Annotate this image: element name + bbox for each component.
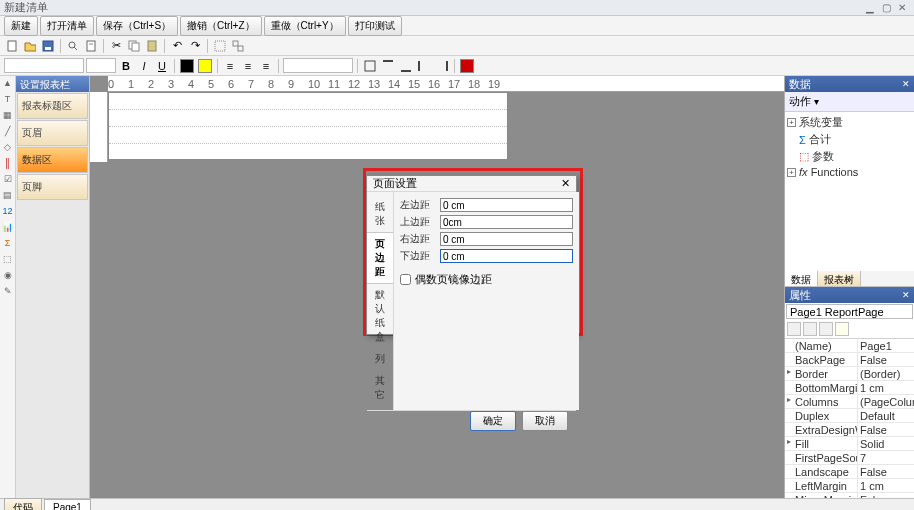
barcode-icon[interactable]: ║ — [2, 158, 14, 170]
underline-icon[interactable]: U — [154, 58, 170, 74]
preview-icon[interactable] — [65, 38, 81, 54]
save-icon[interactable] — [40, 38, 56, 54]
ok-button[interactable]: 确定 — [470, 411, 516, 431]
tab-page1[interactable]: Page1 — [44, 499, 91, 510]
font-color-icon[interactable] — [179, 58, 195, 74]
text-icon[interactable]: T — [2, 94, 14, 106]
bottom-margin-input[interactable] — [440, 249, 573, 263]
tab-code[interactable]: 代码 — [4, 498, 42, 511]
panel-close-icon[interactable]: ✕ — [902, 290, 910, 300]
property-row[interactable]: ▸Border(Border) — [785, 367, 914, 381]
ruler-vertical — [90, 92, 108, 162]
props-filter-icon[interactable] — [819, 322, 833, 336]
close-icon[interactable]: ✕ — [894, 2, 910, 13]
top-margin-input[interactable] — [440, 215, 573, 229]
property-row[interactable]: MirrorMarginsFalse — [785, 493, 914, 498]
property-row[interactable]: BackPageFalse — [785, 353, 914, 367]
open-icon[interactable] — [22, 38, 38, 54]
band-item[interactable]: 页眉 — [17, 120, 88, 146]
undo-icon[interactable]: ↶ — [169, 38, 185, 54]
property-row[interactable]: ExtraDesignWidFalse — [785, 423, 914, 437]
report-page[interactable] — [108, 92, 508, 160]
dialog-title-bar[interactable]: 页面设置 ✕ — [367, 176, 576, 191]
props-object-select[interactable]: Page1 ReportPage — [786, 304, 913, 319]
paste-icon[interactable] — [144, 38, 160, 54]
props-alpha-icon[interactable] — [803, 322, 817, 336]
dialog-tab[interactable]: 默认纸盒 — [367, 284, 393, 348]
map-icon[interactable]: ◉ — [2, 270, 14, 282]
mirror-margins-checkbox[interactable] — [400, 274, 411, 285]
tab-report-tree[interactable]: 报表树 — [818, 271, 861, 286]
property-row[interactable]: FirstPageSourc7 — [785, 451, 914, 465]
zip-icon[interactable]: ⬚ — [2, 254, 14, 266]
font-size-select[interactable] — [86, 58, 116, 73]
dialog-close-icon[interactable]: ✕ — [561, 177, 570, 190]
table-icon[interactable]: ▤ — [2, 190, 14, 202]
border-right-icon[interactable] — [434, 58, 450, 74]
font-family-select[interactable] — [4, 58, 84, 73]
italic-icon[interactable]: I — [136, 58, 152, 74]
dialog-tab[interactable]: 其它 — [367, 370, 393, 406]
copy-icon[interactable] — [126, 38, 142, 54]
new-icon[interactable] — [4, 38, 20, 54]
menu-open[interactable]: 打开清单 — [40, 16, 94, 36]
property-row[interactable]: LeftMargin1 cm — [785, 479, 914, 493]
tab-data[interactable]: 数据 — [785, 271, 818, 286]
border-color-icon[interactable] — [459, 58, 475, 74]
image-icon[interactable]: ▦ — [2, 110, 14, 122]
band-item[interactable]: 页脚 — [17, 174, 88, 200]
property-row[interactable]: BottomMargin1 cm — [785, 381, 914, 395]
pointer-icon[interactable]: ▲ — [2, 78, 14, 90]
actions-dropdown[interactable]: 动作 ▾ — [785, 92, 914, 112]
dialog-tab[interactable]: 纸张 — [367, 196, 393, 232]
group-icon[interactable] — [212, 38, 228, 54]
cut-icon[interactable]: ✂ — [108, 38, 124, 54]
border-bottom-icon[interactable] — [398, 58, 414, 74]
align-center-icon[interactable]: ≡ — [240, 58, 256, 74]
align-right-icon[interactable]: ≡ — [258, 58, 274, 74]
menu-save[interactable]: 保存（Ctrl+S） — [96, 16, 178, 36]
menu-print-test[interactable]: 打印测试 — [348, 16, 402, 36]
shape-icon[interactable]: ◇ — [2, 142, 14, 154]
line-icon[interactable]: ╱ — [2, 126, 14, 138]
property-row[interactable]: (Name)Page1 — [785, 339, 914, 353]
property-grid[interactable]: (Name)Page1BackPageFalse▸Border(Border)B… — [785, 339, 914, 498]
ungroup-icon[interactable] — [230, 38, 246, 54]
dialog-tab[interactable]: 页边距 — [367, 232, 393, 284]
fill-color-icon[interactable] — [197, 58, 213, 74]
cancel-button[interactable]: 取消 — [522, 411, 568, 431]
props-events-icon[interactable] — [835, 322, 849, 336]
maximize-icon[interactable]: ▢ — [878, 2, 894, 13]
dialog-tab[interactable]: 列 — [367, 348, 393, 370]
menu-undo[interactable]: 撤销（Ctrl+Z） — [180, 16, 262, 36]
menu-redo[interactable]: 重做（Ctrl+Y） — [264, 16, 346, 36]
svg-rect-5 — [87, 41, 95, 51]
rich-icon[interactable]: ✎ — [2, 286, 14, 298]
checkbox-icon[interactable]: ☑ — [2, 174, 14, 186]
band-item[interactable]: 报表标题区 — [17, 93, 88, 119]
props-categorize-icon[interactable] — [787, 322, 801, 336]
property-row[interactable]: ▸FillSolid — [785, 437, 914, 451]
align-left-icon[interactable]: ≡ — [222, 58, 238, 74]
property-row[interactable]: LandscapeFalse — [785, 465, 914, 479]
border-left-icon[interactable] — [416, 58, 432, 74]
style-select[interactable] — [283, 58, 353, 73]
border-top-icon[interactable] — [380, 58, 396, 74]
redo-icon[interactable]: ↷ — [187, 38, 203, 54]
border-icon[interactable] — [362, 58, 378, 74]
svg-rect-11 — [233, 41, 238, 46]
minimize-icon[interactable]: ▁ — [862, 2, 878, 13]
property-row[interactable]: DuplexDefault — [785, 409, 914, 423]
panel-close-icon[interactable]: ✕ — [902, 79, 910, 89]
band-item[interactable]: 数据区 — [17, 147, 88, 173]
number-icon[interactable]: 12 — [2, 206, 14, 218]
bold-icon[interactable]: B — [118, 58, 134, 74]
chart-icon[interactable]: 📊 — [2, 222, 14, 234]
page-setup-icon[interactable] — [83, 38, 99, 54]
data-tree[interactable]: +系统变量 Σ 合计 ⬚ 参数 +fx Functions — [785, 112, 914, 181]
property-row[interactable]: ▸Columns(PageColumns) — [785, 395, 914, 409]
left-margin-input[interactable] — [440, 198, 573, 212]
sum-icon[interactable]: Σ — [2, 238, 14, 250]
right-margin-input[interactable] — [440, 232, 573, 246]
menu-new[interactable]: 新建 — [4, 16, 38, 36]
